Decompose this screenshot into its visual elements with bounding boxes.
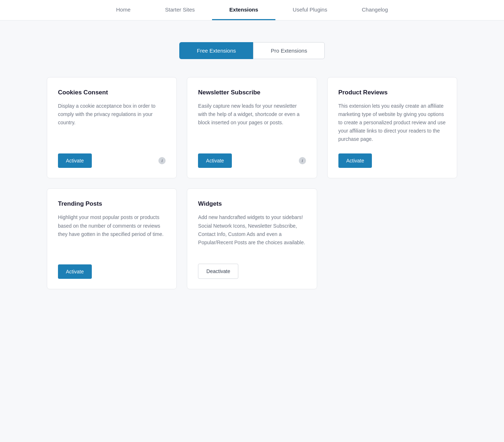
card-title: Trending Posts bbox=[58, 200, 166, 207]
info-icon[interactable]: i bbox=[158, 157, 166, 164]
card-description: Display a cookie acceptance box in order… bbox=[58, 102, 166, 143]
nav-starter-sites[interactable]: Starter Sites bbox=[148, 0, 212, 20]
page-content: Free Extensions Pro Extensions Cookies C… bbox=[40, 21, 464, 304]
activate-button[interactable]: Activate bbox=[58, 153, 92, 168]
activate-button[interactable]: Activate bbox=[58, 264, 92, 279]
card-newsletter-subscribe: Newsletter Subscribe Easily capture new … bbox=[187, 77, 317, 178]
card-description: Easily capture new leads for your newsle… bbox=[198, 102, 306, 143]
card-description: Highlight your most popular posts or pro… bbox=[58, 213, 166, 254]
extensions-grid-row1: Cookies Consent Display a cookie accepta… bbox=[47, 77, 457, 178]
card-footer: Deactivate bbox=[198, 264, 306, 279]
card-cookies-consent: Cookies Consent Display a cookie accepta… bbox=[47, 77, 177, 178]
card-title: Newsletter Subscribe bbox=[198, 89, 306, 96]
nav-changelog[interactable]: Changelog bbox=[345, 0, 405, 20]
card-title: Product Reviews bbox=[338, 89, 446, 96]
card-footer: Activate bbox=[338, 153, 446, 168]
card-product-reviews: Product Reviews This extension lets you … bbox=[327, 77, 457, 178]
card-description: This extension lets you easily create an… bbox=[338, 102, 446, 143]
activate-button[interactable]: Activate bbox=[338, 153, 372, 168]
card-widgets: Widgets Add new handcrafted widgets to y… bbox=[187, 188, 317, 289]
main-nav: Home Starter Sites Extensions Useful Plu… bbox=[0, 0, 504, 21]
card-footer: Activate bbox=[58, 264, 166, 279]
card-title: Cookies Consent bbox=[58, 89, 166, 96]
nav-useful-plugins[interactable]: Useful Plugins bbox=[275, 0, 345, 20]
card-footer: Activate i bbox=[58, 153, 166, 168]
nav-extensions[interactable]: Extensions bbox=[212, 0, 275, 20]
extensions-grid-row2: Trending Posts Highlight your most popul… bbox=[47, 188, 457, 289]
tab-pro-extensions[interactable]: Pro Extensions bbox=[253, 42, 325, 59]
nav-home[interactable]: Home bbox=[99, 0, 148, 20]
card-title: Widgets bbox=[198, 200, 306, 207]
activate-button[interactable]: Activate bbox=[198, 153, 232, 168]
card-footer: Activate i bbox=[198, 153, 306, 168]
tab-switcher: Free Extensions Pro Extensions bbox=[47, 42, 457, 59]
info-icon[interactable]: i bbox=[299, 157, 306, 164]
deactivate-button[interactable]: Deactivate bbox=[198, 264, 238, 279]
card-trending-posts: Trending Posts Highlight your most popul… bbox=[47, 188, 177, 289]
tab-free-extensions[interactable]: Free Extensions bbox=[179, 42, 253, 59]
card-description: Add new handcrafted widgets to your side… bbox=[198, 213, 306, 254]
